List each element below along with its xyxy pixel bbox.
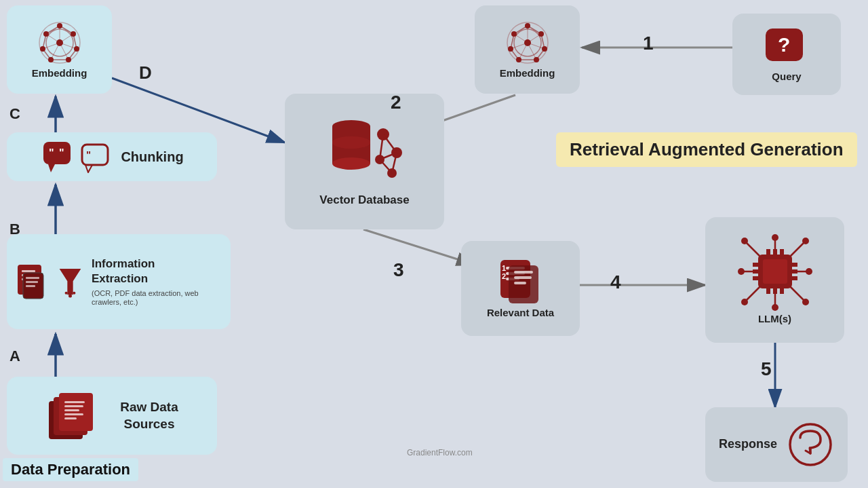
embedding-right-node: Embedding (475, 5, 580, 94)
raw-data-label: Raw DataSources (120, 399, 178, 432)
relevant-data-label: Relevant Data (487, 306, 554, 320)
svg-marker-51 (60, 268, 81, 294)
embedding-left-label: Embedding (32, 67, 87, 80)
svg-rect-50 (26, 285, 35, 287)
svg-rect-59 (64, 405, 83, 407)
response-icon (787, 421, 834, 468)
vector-database-label: Vector Database (319, 193, 409, 208)
svg-point-128 (738, 268, 745, 275)
svg-rect-49 (26, 281, 38, 283)
svg-rect-136 (780, 288, 784, 294)
svg-rect-138 (753, 269, 758, 274)
page-title: Retrieval Augmented Generation (570, 139, 844, 159)
svg-point-66 (332, 157, 370, 170)
svg-text:2: 2 (502, 272, 506, 280)
svg-rect-36 (43, 142, 71, 164)
svg-line-35 (46, 34, 60, 43)
query-label: Query (772, 70, 801, 83)
step-2: 2 (391, 92, 401, 113)
svg-rect-137 (753, 263, 758, 267)
info-extraction-label: InformationExtraction (92, 257, 221, 286)
svg-line-22 (60, 26, 73, 34)
vector-database-node: Vector Database (285, 94, 444, 229)
svg-rect-133 (780, 249, 784, 255)
embedding-right-icon (504, 19, 551, 67)
svg-point-125 (802, 299, 809, 305)
svg-point-121 (741, 238, 748, 244)
svg-rect-61 (64, 413, 83, 415)
embedding-left-node: Embedding (7, 5, 112, 94)
svg-line-30 (60, 34, 73, 43)
svg-rect-110 (514, 271, 533, 274)
svg-text:1: 1 (502, 264, 506, 272)
chunking-quote-icon: " (80, 140, 113, 173)
svg-point-54 (73, 291, 75, 294)
svg-point-122 (772, 234, 778, 241)
info-extraction-sublabel: (OCR, PDF data extraction, web crawlers,… (92, 289, 221, 307)
svg-line-9 (363, 229, 475, 265)
embedding-left-icon (36, 19, 83, 67)
title-box: Retrieval Augmented Generation (556, 132, 857, 167)
svg-line-75 (380, 159, 392, 173)
query-node: ? Query (732, 14, 841, 95)
svg-point-52 (68, 294, 72, 297)
svg-line-87 (528, 26, 541, 34)
svg-line-95 (528, 34, 541, 43)
svg-rect-132 (773, 249, 777, 255)
svg-point-127 (741, 299, 748, 305)
svg-text:": " (59, 147, 64, 159)
svg-line-28 (46, 26, 60, 34)
svg-rect-44 (22, 270, 35, 272)
step-C: C (9, 105, 20, 123)
info-extraction-funnel-icon (58, 263, 82, 301)
watermark: GradientFlow.com (407, 448, 473, 457)
data-preparation-label: Data Preparation (11, 461, 130, 478)
llm-node: LLM(s) (705, 217, 844, 343)
svg-rect-62 (64, 417, 77, 419)
svg-point-53 (65, 291, 68, 294)
svg-rect-111 (514, 276, 532, 279)
llm-label: LLM(s) (758, 312, 791, 326)
svg-line-92 (511, 34, 514, 49)
llm-icon (738, 234, 812, 312)
info-extraction-doc-icon (16, 263, 49, 301)
svg-rect-141 (792, 269, 797, 274)
svg-rect-142 (792, 276, 797, 280)
svg-rect-135 (773, 288, 777, 294)
chunking-label: Chunking (121, 148, 183, 166)
step-D: D (139, 62, 152, 83)
raw-data-icon (45, 389, 113, 443)
svg-rect-60 (64, 409, 79, 411)
svg-rect-58 (64, 401, 85, 403)
relevant-data-icon: 1 2 (496, 257, 545, 306)
query-icon: ? (763, 26, 810, 70)
step-5: 5 (761, 358, 772, 380)
data-preparation-section: Data Preparation (3, 458, 138, 481)
svg-rect-139 (753, 276, 758, 280)
chunking-icon: " " (40, 138, 77, 176)
svg-marker-41 (85, 165, 92, 172)
step-A: A (9, 348, 20, 365)
svg-rect-57 (59, 393, 93, 431)
embedding-right-label: Embedding (500, 67, 555, 80)
svg-text:": " (49, 147, 54, 159)
step-4: 4 (610, 271, 621, 293)
svg-point-124 (806, 268, 812, 275)
step-3: 3 (393, 259, 404, 281)
response-label: Response (719, 436, 777, 452)
svg-rect-130 (763, 259, 787, 284)
step-1: 1 (643, 33, 654, 54)
svg-line-23 (73, 34, 77, 49)
chunking-node: " " " Chunking (7, 132, 217, 181)
vector-database-icon (326, 115, 403, 190)
svg-marker-37 (48, 164, 55, 172)
svg-point-126 (772, 304, 778, 311)
svg-line-27 (43, 34, 46, 49)
svg-text:": " (86, 149, 91, 160)
svg-rect-112 (514, 282, 526, 284)
svg-line-88 (541, 34, 545, 49)
svg-text:?: ? (778, 33, 790, 56)
svg-line-100 (514, 34, 528, 43)
svg-line-72 (383, 134, 397, 153)
svg-rect-48 (26, 277, 39, 279)
